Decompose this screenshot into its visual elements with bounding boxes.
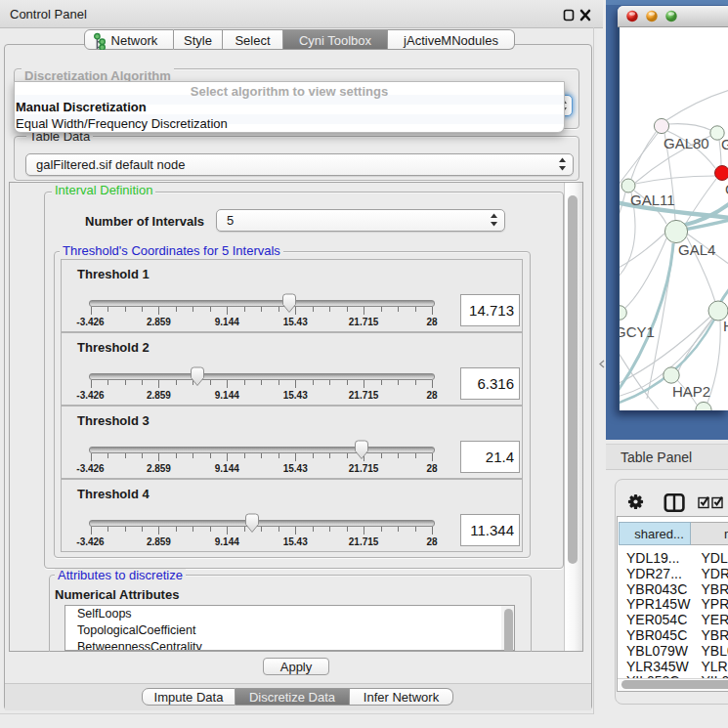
svg-text:HAP2: HAP2 <box>672 383 710 400</box>
svg-text:GA: GA <box>721 136 728 152</box>
svg-text:H: H <box>723 318 728 334</box>
svg-text:GAL4: GAL4 <box>678 241 715 258</box>
svg-text:GAL80: GAL80 <box>664 135 709 151</box>
svg-text:GAL11: GAL11 <box>630 192 675 208</box>
svg-text:GCY1: GCY1 <box>620 323 655 340</box>
